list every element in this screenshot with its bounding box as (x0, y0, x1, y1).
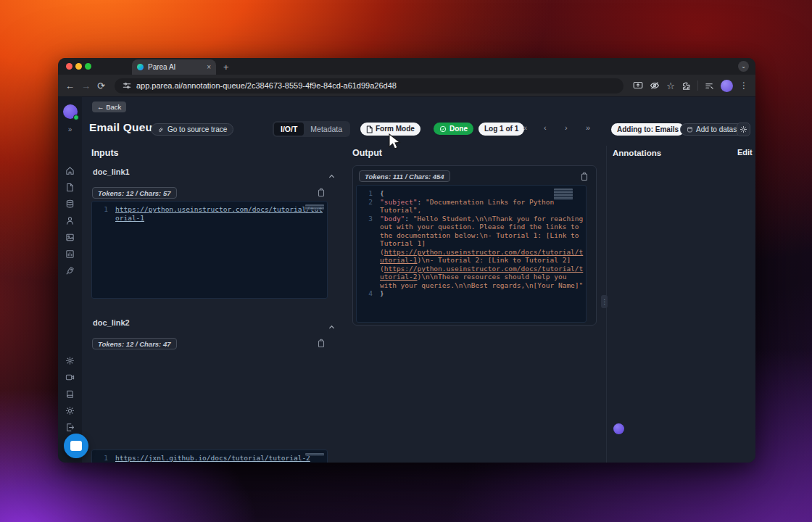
editor-minimap (554, 188, 573, 200)
collapse-chevron-up-icon[interactable] (328, 320, 335, 327)
back-button[interactable]: ← Back (92, 102, 126, 112)
annotation-queue-main: ← Back Email Queue Go to source trace I/… (82, 97, 755, 463)
pager-last-icon[interactable]: » (586, 123, 590, 132)
video-icon[interactable] (65, 373, 75, 382)
browser-back-icon[interactable]: ← (65, 81, 75, 91)
copy-icon[interactable] (580, 171, 589, 184)
code-segment: "subject" (380, 198, 417, 206)
tokens-badge-doc-link1: Tokens: 12 / Chars: 57 (92, 187, 177, 199)
add-to-dataset-label: Add to dataset (696, 126, 743, 133)
docs-icon[interactable] (65, 389, 75, 399)
pager-next-icon[interactable]: › (565, 123, 568, 132)
intercom-chat-button[interactable] (64, 434, 88, 458)
check-circle-icon (439, 125, 447, 133)
gallery-icon[interactable] (65, 233, 75, 242)
adding-to-button[interactable]: Adding to: Emails (611, 123, 684, 136)
code-line: } (380, 289, 586, 298)
zoom-window-button[interactable] (85, 63, 91, 70)
field-label-doc-link1: doc_link1 (93, 167, 130, 176)
line-number: 1 (357, 189, 373, 198)
editor-minimap (305, 204, 324, 210)
toolbar-divider (697, 80, 698, 91)
annotations-section-title: Annotations (613, 149, 661, 157)
annotations-edit-link[interactable]: Edit (737, 148, 753, 157)
go-to-source-trace-button[interactable]: Go to source trace (151, 123, 233, 136)
line-number: 3 (357, 215, 373, 223)
copy-icon[interactable] (317, 187, 326, 200)
link-icon (157, 126, 165, 133)
copy-icon[interactable] (317, 338, 326, 351)
user-avatar (613, 423, 624, 434)
column-drag-handle[interactable]: ⋮ (601, 295, 608, 308)
browser-reload-icon[interactable]: ⟳ (97, 81, 105, 91)
pager-first-icon[interactable]: « (523, 123, 527, 132)
done-button[interactable]: Done (434, 123, 473, 135)
url-text: app.parea.ai/annotation-queue/2c384673-8… (136, 81, 397, 90)
theme-sun-icon[interactable] (65, 406, 75, 415)
parea-app: » ← Back Email Queue (58, 96, 755, 463)
preview-eye-off-icon[interactable] (650, 80, 660, 91)
settings-icon[interactable] (65, 356, 75, 365)
dataset-icon (687, 126, 693, 133)
browser-forward-icon[interactable]: → (81, 81, 91, 91)
editor-minimap (305, 453, 324, 456)
tokens-badge-output: Tokens: 111 / Chars: 454 (359, 170, 450, 182)
line-number: 1 (92, 205, 108, 214)
output-panel: Tokens: 111 / Chars: 454 1{2"subject": "… (352, 165, 597, 326)
collapse-chevron-up-icon[interactable] (328, 170, 335, 176)
input-url-link[interactable]: https://python.useinstructor.com/docs/tu… (115, 205, 323, 222)
launch-icon[interactable] (65, 266, 75, 276)
line-number: 2 (357, 198, 373, 207)
log-counter-label: Log 1 of 1 (484, 125, 518, 133)
logout-icon[interactable] (65, 423, 75, 432)
new-tab-button[interactable]: + (223, 62, 229, 72)
done-label: Done (450, 125, 468, 133)
queue-settings-button[interactable] (737, 123, 750, 136)
chat-bubble-icon (70, 441, 82, 451)
tab-search-chevron-icon[interactable]: ⌄ (738, 61, 749, 72)
code-segment: : (405, 215, 413, 223)
datasets-icon[interactable] (65, 199, 75, 209)
reports-icon[interactable] (65, 249, 75, 259)
browser-tab[interactable]: Parea AI × (132, 59, 216, 75)
browser-profile-avatar[interactable] (721, 80, 733, 92)
output-editor[interactable]: 1{2"subject": "Documentation Links for P… (356, 185, 587, 323)
tab-metadata[interactable]: Metadata (304, 123, 349, 136)
pager-prev-icon[interactable]: ‹ (544, 123, 547, 132)
page-title: Email Queue (89, 121, 159, 134)
line-number: 4 (357, 289, 373, 298)
workspace-avatar[interactable] (63, 104, 78, 119)
code-segment: : (417, 198, 425, 206)
output-section-title: Output (352, 148, 382, 158)
code-segment: } (380, 289, 384, 297)
document-icon (366, 125, 373, 133)
line-number: 1 (92, 454, 108, 463)
close-window-button[interactable] (66, 63, 72, 70)
parea-favicon (137, 64, 144, 70)
sidebar-expand-icon[interactable]: » (68, 125, 72, 133)
tokens-badge-doc-link2: Tokens: 12 / Chars: 47 (92, 338, 177, 349)
browser-menu-kebab-icon[interactable]: ⋮ (740, 80, 748, 91)
minimize-window-button[interactable] (75, 63, 82, 70)
form-mode-label: Form Mode (376, 125, 415, 133)
doc-link1-editor[interactable]: 1 https://python.useinstructor.com/docs/… (91, 201, 328, 299)
address-bar[interactable]: app.parea.ai/annotation-queue/2c384673-8… (115, 78, 624, 94)
tab-title: Parea AI (148, 63, 202, 71)
view-tabs: I/O/T Metadata (273, 121, 350, 137)
site-settings-icon[interactable] (123, 81, 131, 90)
window-controls (58, 63, 91, 75)
gear-icon (740, 125, 747, 133)
share-screen-icon[interactable] (633, 80, 643, 91)
bookmark-star-icon[interactable]: ☆ (666, 80, 675, 91)
extensions-puzzle-icon[interactable] (682, 81, 691, 91)
users-icon[interactable] (65, 216, 75, 225)
doc-link2-editor[interactable]: 1 https://jxnl.github.io/docs/tutorial/t… (91, 450, 328, 463)
logs-icon[interactable] (65, 183, 75, 192)
browser-toolbar: ← → ⟳ app.parea.ai/annotation-queue/2c38… (58, 75, 755, 96)
code-line: "body": "Hello Student,\n\nThank you for… (380, 215, 586, 290)
reading-list-icon[interactable] (705, 81, 714, 91)
tab-close-icon[interactable]: × (207, 64, 211, 71)
home-icon[interactable] (65, 166, 75, 175)
input-url-link[interactable]: https://jxnl.github.io/docs/tutorial/tut… (115, 454, 310, 462)
tab-iot[interactable]: I/O/T (274, 123, 304, 136)
